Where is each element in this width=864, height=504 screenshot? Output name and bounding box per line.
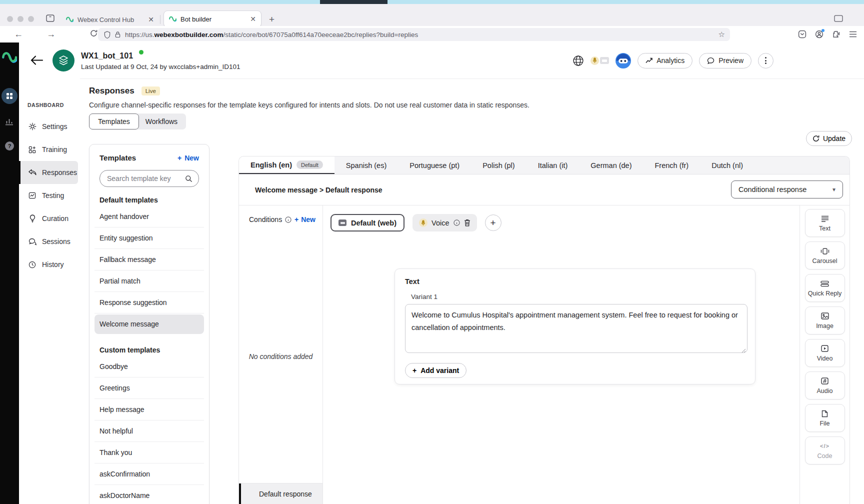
voice-settings-chip[interactable] xyxy=(590,56,609,65)
update-button[interactable]: Update xyxy=(806,131,852,146)
language-tab-spanish[interactable]: Spanish (es) xyxy=(334,156,398,174)
template-item[interactable]: Entity suggestion xyxy=(94,228,204,249)
help-icon[interactable]: ? xyxy=(5,142,14,150)
info-icon[interactable] xyxy=(285,216,292,223)
tab-overview-icon[interactable] xyxy=(834,15,843,22)
add-video-button[interactable]: Video xyxy=(805,339,845,367)
shield-icon[interactable] xyxy=(104,31,110,38)
bookmark-star-icon[interactable]: ☆ xyxy=(718,30,725,39)
zoom-window-button[interactable] xyxy=(28,16,34,22)
sidebar-item-training[interactable]: Training xyxy=(19,138,78,161)
globe-icon[interactable] xyxy=(572,55,584,66)
close-window-button[interactable] xyxy=(7,16,13,22)
bot-face-avatar[interactable] xyxy=(616,53,631,68)
language-tab-english[interactable]: English (en) Default xyxy=(239,156,334,174)
lock-icon[interactable] xyxy=(115,31,120,38)
analytics-button[interactable]: Analytics xyxy=(638,53,692,68)
language-tab-portuguese[interactable]: Portuguese (pt) xyxy=(398,156,471,174)
clock-icon xyxy=(28,261,36,268)
menu-icon[interactable] xyxy=(849,31,857,38)
add-channel-button[interactable]: + xyxy=(485,214,502,231)
back-arrow-icon[interactable] xyxy=(30,55,44,66)
templates-toggle-button[interactable]: Templates xyxy=(89,114,139,130)
template-item[interactable]: Partial match xyxy=(94,270,204,292)
channel-tab-voice[interactable]: Voice xyxy=(412,214,476,232)
dashboard-apps-icon[interactable] xyxy=(2,88,18,104)
close-tab-icon[interactable]: ✕ xyxy=(250,15,256,23)
add-quick-reply-button[interactable]: Quick Reply xyxy=(805,274,845,302)
variant-textarea[interactable]: Welcome to Cumulus Hospital's appointmen… xyxy=(405,304,748,353)
new-condition-button[interactable]: +New xyxy=(294,216,316,224)
response-type-dropdown[interactable]: Conditional response ▾ xyxy=(731,180,843,198)
template-item[interactable]: Help message xyxy=(94,399,204,420)
sidebar-item-sessions[interactable]: Sessions xyxy=(19,230,78,253)
gear-icon xyxy=(28,122,36,130)
tab-webex-control-hub[interactable]: Webex Control Hub ✕ xyxy=(61,12,159,27)
search-icon[interactable] xyxy=(185,175,192,182)
window-controls[interactable] xyxy=(7,16,34,22)
back-icon[interactable]: ← xyxy=(14,28,23,40)
template-item[interactable]: Not helpful xyxy=(94,420,204,442)
language-tab-german[interactable]: German (de) xyxy=(579,156,643,174)
tab-bot-builder[interactable]: Bot builder ✕ xyxy=(164,10,262,28)
language-tab-italian[interactable]: Italian (it) xyxy=(526,156,580,174)
close-tab-icon[interactable]: ✕ xyxy=(148,16,154,24)
sidebar-item-responses[interactable]: Responses xyxy=(19,161,78,184)
preview-button[interactable]: Preview xyxy=(699,53,752,68)
add-carousel-button[interactable]: Carousel xyxy=(805,242,845,270)
workflows-toggle-button[interactable]: Workflows xyxy=(137,114,186,130)
minimize-window-button[interactable] xyxy=(18,16,24,22)
language-tab-french[interactable]: French (fr) xyxy=(644,156,700,174)
template-item[interactable]: askDoctorName xyxy=(94,485,204,504)
sidebar-item-testing[interactable]: Testing xyxy=(19,184,78,207)
template-item[interactable]: Goodbye xyxy=(94,356,204,378)
add-audio-button[interactable]: Audio xyxy=(805,372,845,400)
template-item[interactable]: askConfirmation xyxy=(94,464,204,485)
more-options-button[interactable] xyxy=(758,53,774,68)
template-item-selected[interactable]: Welcome message xyxy=(94,314,204,334)
add-file-button[interactable]: File xyxy=(805,404,845,432)
default-response-item[interactable]: Default response xyxy=(239,483,322,504)
response-editor-panel: English (en) Default Spanish (es) Portug… xyxy=(238,156,850,504)
lightbulb-icon xyxy=(28,214,36,222)
extensions-icon[interactable] xyxy=(832,30,840,38)
response-type-rail: Text Carousel Quick Reply Image Video xyxy=(800,206,850,504)
sidebar-item-curation[interactable]: Curation xyxy=(19,207,78,230)
sidebar: DASHBOARD Settings Training Responses Te… xyxy=(19,78,80,504)
resize-grip[interactable] xyxy=(742,348,746,353)
tab-separator xyxy=(160,15,160,24)
url-bar[interactable]: https://us.webexbotbuilder.com/static/co… xyxy=(98,28,730,41)
template-item[interactable]: Response suggestion xyxy=(94,292,204,314)
new-template-button[interactable]: +New xyxy=(178,154,199,162)
channel-tab-default-web[interactable]: Default (web) xyxy=(330,214,404,232)
language-tab-polish[interactable]: Polish (pl) xyxy=(471,156,526,174)
template-item[interactable]: Fallback message xyxy=(94,249,204,270)
firefox-view-icon[interactable] xyxy=(46,14,54,22)
bot-avatar xyxy=(52,50,74,72)
language-tab-dutch[interactable]: Dutch (nl) xyxy=(700,156,754,174)
toolbar-right-icons xyxy=(798,26,857,42)
template-item[interactable]: Agent handover xyxy=(94,206,204,228)
forward-icon[interactable]: → xyxy=(46,28,56,40)
analytics-bars-icon[interactable] xyxy=(5,118,14,126)
new-tab-button[interactable]: + xyxy=(269,14,274,25)
template-item[interactable]: Thank you xyxy=(94,442,204,464)
template-search[interactable] xyxy=(100,170,199,187)
sidebar-item-settings[interactable]: Settings xyxy=(19,115,78,138)
template-item[interactable]: Greetings xyxy=(94,378,204,399)
sidebar-item-history[interactable]: History xyxy=(19,253,78,276)
add-variant-button[interactable]: +Add variant xyxy=(405,363,466,378)
file-icon xyxy=(822,409,828,418)
add-code-button[interactable]: </> Code xyxy=(805,436,845,464)
pocket-icon[interactable] xyxy=(798,30,806,38)
browser-tab-bar: Webex Control Hub ✕ Bot builder ✕ + xyxy=(0,4,864,26)
reload-icon[interactable] xyxy=(90,30,98,37)
add-text-button[interactable]: Text xyxy=(805,209,845,237)
caret-down-icon: ▾ xyxy=(832,186,836,193)
trash-icon[interactable] xyxy=(464,219,470,226)
account-icon[interactable] xyxy=(815,30,824,38)
chat-bubbles-icon xyxy=(28,238,36,246)
add-image-button[interactable]: Image xyxy=(805,306,845,334)
template-search-input[interactable] xyxy=(106,174,181,183)
info-icon[interactable] xyxy=(454,220,460,226)
